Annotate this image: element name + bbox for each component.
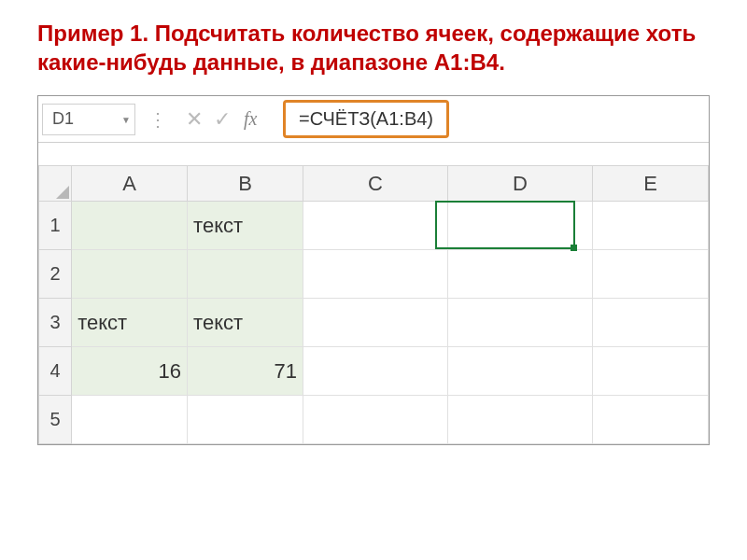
- formula-input[interactable]: =СЧЁТЗ(A1:B4): [283, 100, 449, 138]
- row-header-1[interactable]: 1: [39, 202, 72, 250]
- cell-D1[interactable]: [448, 202, 593, 250]
- cell-A1[interactable]: [72, 202, 188, 250]
- cell-E1[interactable]: [593, 202, 709, 250]
- row-header-3[interactable]: 3: [39, 299, 72, 347]
- col-header-E[interactable]: E: [593, 166, 709, 202]
- cell-C5[interactable]: [303, 396, 448, 444]
- cell-E5[interactable]: [593, 396, 709, 444]
- cell-A3[interactable]: текст: [72, 299, 188, 347]
- cell-B4[interactable]: 71: [188, 347, 303, 396]
- row-header-5[interactable]: 5: [39, 396, 72, 444]
- cell-E2[interactable]: [593, 250, 709, 299]
- cell-B2[interactable]: [188, 250, 303, 299]
- cell-B5[interactable]: [188, 396, 303, 444]
- select-all-corner[interactable]: [39, 166, 72, 202]
- cell-E3[interactable]: [593, 299, 709, 347]
- cell-C4[interactable]: [303, 347, 448, 396]
- row-header-4[interactable]: 4: [39, 347, 72, 396]
- fx-icon[interactable]: fx: [244, 108, 272, 130]
- spreadsheet-grid: A B C D E 1 текст 2: [38, 165, 709, 444]
- col-header-A[interactable]: A: [72, 166, 188, 202]
- cancel-icon[interactable]: ✕: [180, 107, 208, 132]
- name-box[interactable]: D1 ▼: [42, 104, 135, 135]
- separator-icon: ⋮: [148, 108, 167, 131]
- cell-C1[interactable]: [303, 202, 448, 250]
- cell-D5[interactable]: [448, 396, 593, 444]
- cell-B3[interactable]: текст: [188, 299, 303, 347]
- col-header-D[interactable]: D: [448, 166, 593, 202]
- cell-D2[interactable]: [448, 250, 593, 299]
- cell-A4[interactable]: 16: [72, 347, 188, 396]
- cell-E4[interactable]: [593, 347, 709, 396]
- col-header-C[interactable]: C: [303, 166, 448, 202]
- name-box-value: D1: [52, 109, 74, 129]
- cell-A5[interactable]: [72, 396, 188, 444]
- row-header-2[interactable]: 2: [39, 250, 72, 299]
- cell-B1[interactable]: текст: [188, 202, 303, 250]
- excel-screenshot: D1 ▼ ⋮ ✕ ✓ fx =СЧЁТЗ(A1:B4) A B C D E 1 …: [37, 95, 710, 445]
- cell-A2[interactable]: [72, 250, 188, 299]
- formula-bar: D1 ▼ ⋮ ✕ ✓ fx =СЧЁТЗ(A1:B4): [38, 96, 709, 143]
- cell-C2[interactable]: [303, 250, 448, 299]
- col-header-B[interactable]: B: [188, 166, 303, 202]
- cell-D4[interactable]: [448, 347, 593, 396]
- name-box-dropdown-icon[interactable]: ▼: [121, 114, 131, 124]
- enter-icon[interactable]: ✓: [208, 107, 236, 132]
- cell-C3[interactable]: [303, 299, 448, 347]
- cell-D3[interactable]: [448, 299, 593, 347]
- example-title: Пример 1. Подсчитать количество ячеек, с…: [37, 19, 710, 77]
